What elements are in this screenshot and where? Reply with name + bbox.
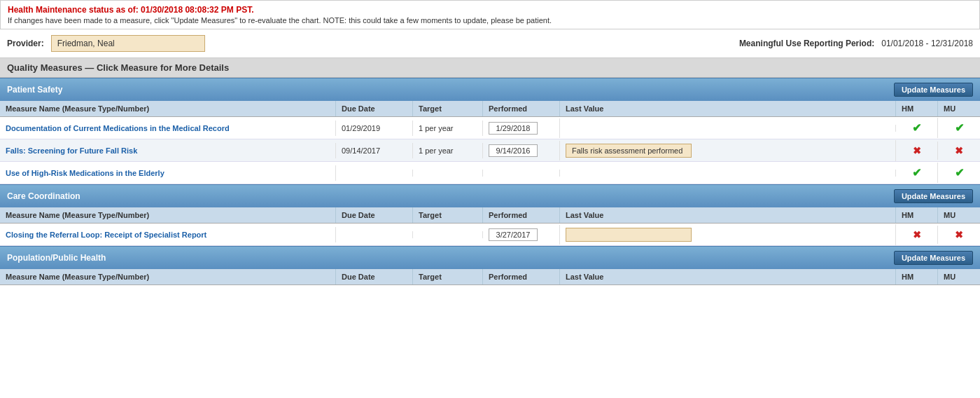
performed-box: 1/29/2018 (489, 122, 538, 135)
col-header: Performed (483, 101, 560, 116)
table-row: Documentation of Current Medications in … (0, 117, 980, 139)
col-header: MU (938, 101, 980, 116)
col-header: Due Date (336, 269, 413, 284)
sections-container: Patient SafetyUpdate MeasuresMeasure Nam… (0, 78, 980, 285)
quality-measures-header: Quality Measures — Click Measure for Mor… (0, 58, 980, 78)
provider-label: Provider: (7, 39, 44, 48)
performed-cell: 3/27/2017 (483, 225, 560, 245)
section-title-care-coordination: Care Coordination (7, 191, 80, 201)
section-title-patient-safety: Patient Safety (7, 85, 62, 95)
col-headers-care-coordination: Measure Name (Measure Type/Number)Due Da… (0, 207, 980, 224)
performed-box: 9/14/2016 (489, 144, 538, 157)
update-measures-button-care-coordination[interactable]: Update Measures (894, 189, 973, 203)
status-line: Health Maintenance status as of: 01/30/2… (8, 5, 972, 15)
col-header: Last Value (560, 269, 896, 284)
section-header-patient-safety: Patient SafetyUpdate Measures (0, 78, 980, 101)
col-header: Measure Name (Measure Type/Number) (0, 101, 336, 116)
cross-icon: ✖ (955, 145, 963, 156)
hm-cell: ✖ (896, 226, 938, 244)
update-measures-button-population-public-health[interactable]: Update Measures (894, 251, 973, 265)
target-cell (413, 170, 483, 177)
check-icon: ✔ (912, 166, 921, 179)
col-header: HM (896, 101, 938, 116)
check-icon: ✔ (955, 166, 964, 179)
target-cell: 1 per year (413, 121, 483, 136)
section-patient-safety: Patient SafetyUpdate MeasuresMeasure Nam… (0, 78, 980, 184)
table-row: Use of High-Risk Medications in the Elde… (0, 162, 980, 184)
section-care-coordination: Care CoordinationUpdate MeasuresMeasure … (0, 184, 980, 246)
table-row: Closing the Referral Loop: Receipt of Sp… (0, 224, 980, 246)
cross-icon: ✖ (955, 229, 963, 240)
col-header: Performed (483, 207, 560, 223)
col-header: Performed (483, 269, 560, 284)
col-headers-population-public-health: Measure Name (Measure Type/Number)Due Da… (0, 269, 980, 285)
measure-name-link[interactable]: Documentation of Current Medications in … (0, 121, 336, 136)
col-headers-patient-safety: Measure Name (Measure Type/Number)Due Da… (0, 101, 980, 117)
update-measures-button-patient-safety[interactable]: Update Measures (894, 83, 973, 97)
performed-cell (483, 170, 560, 177)
col-header: Target (413, 269, 483, 284)
col-header: Measure Name (Measure Type/Number) (0, 207, 336, 223)
mu-cell: ✔ (938, 118, 980, 138)
col-header: MU (938, 207, 980, 223)
mu-period-label: Meaningful Use Reporting Period: (739, 39, 874, 48)
due-date-cell: 09/14/2017 (336, 143, 413, 158)
performed-box: 3/27/2017 (489, 228, 538, 241)
col-header: Due Date (336, 101, 413, 116)
col-header: Due Date (336, 207, 413, 223)
mu-cell: ✖ (938, 142, 980, 160)
top-banner: Health Maintenance status as of: 01/30/2… (0, 0, 980, 29)
hm-cell: ✖ (896, 142, 938, 160)
cross-icon: ✖ (913, 229, 921, 240)
section-header-care-coordination: Care CoordinationUpdate Measures (0, 184, 980, 207)
col-header: Target (413, 101, 483, 116)
mu-period: Meaningful Use Reporting Period: 01/01/2… (739, 39, 973, 48)
cross-icon: ✖ (913, 145, 921, 156)
last-value-box: Falls risk assessment performed (566, 144, 692, 158)
col-header: Last Value (560, 207, 896, 223)
col-header: HM (896, 207, 938, 223)
mu-cell: ✔ (938, 163, 980, 183)
check-icon: ✔ (955, 121, 964, 135)
last-value-cell: Falls risk assessment performed (560, 140, 896, 161)
col-header: Last Value (560, 101, 896, 116)
measure-name-link[interactable]: Use of High-Risk Medications in the Elde… (0, 165, 336, 181)
mu-cell: ✖ (938, 226, 980, 244)
mu-period-value: 01/01/2018 - 12/31/2018 (881, 39, 973, 48)
last-value-cell (560, 170, 896, 177)
last-value-cell (560, 125, 896, 132)
last-value-cell (560, 224, 896, 245)
col-header: Measure Name (Measure Type/Number) (0, 269, 336, 284)
measure-name-link[interactable]: Falls: Screening for Future Fall Risk (0, 143, 336, 158)
due-date-cell (336, 170, 413, 177)
measure-name-link[interactable]: Closing the Referral Loop: Receipt of Sp… (0, 227, 336, 242)
col-header: HM (896, 269, 938, 284)
section-title-population-public-health: Population/Public Health (7, 253, 106, 263)
due-date-cell: 01/29/2019 (336, 121, 413, 136)
check-icon: ✔ (912, 121, 921, 135)
performed-cell: 1/29/2018 (483, 118, 560, 138)
section-header-population-public-health: Population/Public HealthUpdate Measures (0, 246, 980, 269)
last-value-box (566, 228, 692, 242)
main-container: Health Maintenance status as of: 01/30/2… (0, 0, 980, 398)
hm-cell: ✔ (896, 163, 938, 183)
performed-cell: 9/14/2016 (483, 141, 560, 160)
info-line: If changes have been made to a measure, … (8, 16, 972, 25)
provider-row: Provider: Meaningful Use Reporting Perio… (0, 29, 980, 58)
col-header: Target (413, 207, 483, 223)
target-cell: 1 per year (413, 143, 483, 158)
target-cell (413, 231, 483, 238)
table-row: Falls: Screening for Future Fall Risk09/… (0, 139, 980, 162)
section-population-public-health: Population/Public HealthUpdate MeasuresM… (0, 246, 980, 285)
hm-cell: ✔ (896, 118, 938, 138)
provider-input[interactable] (51, 35, 205, 52)
due-date-cell (336, 231, 413, 238)
col-header: MU (938, 269, 980, 284)
